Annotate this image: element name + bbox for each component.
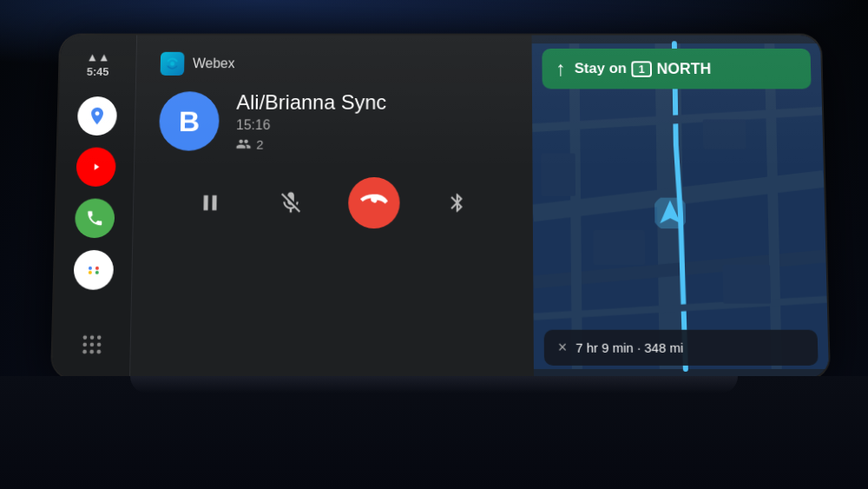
svg-rect-29 <box>723 265 772 304</box>
call-details: Ali/Brianna Sync 15:16 2 <box>236 90 387 151</box>
nav-car-arrow <box>654 198 686 229</box>
eta-bar: × 7 hr 9 min · 348 mi <box>544 330 819 366</box>
status-bar: ▲▲ 5:45 <box>86 50 110 78</box>
route-number: 1 <box>639 63 645 76</box>
eta-separator: · <box>637 340 641 355</box>
nav-direction-arrow: ↑ <box>556 57 566 81</box>
nav-instruction-banner: ↑ Stay on 1 NORTH <box>542 49 811 89</box>
svg-point-10 <box>82 342 87 347</box>
sidebar-item-maps[interactable] <box>76 96 116 135</box>
svg-point-12 <box>96 342 101 347</box>
end-call-button[interactable] <box>348 177 400 228</box>
contact-name: Ali/Brianna Sync <box>236 90 386 114</box>
svg-point-9 <box>96 335 101 340</box>
sidebar: ▲▲ 5:45 <box>52 35 137 378</box>
screen-tilt: ▲▲ 5:45 <box>52 35 829 378</box>
nav-position <box>654 198 686 232</box>
contact-avatar: B <box>159 91 220 150</box>
phone-end-svg <box>359 195 389 212</box>
time-display: 5:45 <box>87 65 109 78</box>
participants-count: 2 <box>256 136 263 151</box>
nav-instruction-word: Stay on <box>575 60 627 76</box>
participants-icon <box>236 136 252 152</box>
svg-point-7 <box>82 335 87 340</box>
sidebar-item-youtube[interactable] <box>76 148 115 187</box>
webex-logo <box>161 52 185 76</box>
route-number-badge: 1 <box>632 61 652 76</box>
map-panel: ↑ Stay on 1 NORTH × 7 hr 9 min · <box>532 35 829 378</box>
svg-line-22 <box>575 43 577 369</box>
svg-line-23 <box>769 43 776 369</box>
car-dashboard <box>0 376 868 489</box>
screen-wrapper: ▲▲ 5:45 <box>52 30 829 378</box>
signal-icon: ▲▲ <box>86 50 109 63</box>
app-name-label: Webex <box>193 56 235 71</box>
svg-point-11 <box>89 342 94 347</box>
svg-rect-28 <box>541 154 575 196</box>
dashboard-panel <box>130 376 738 393</box>
eta-distance: 348 mi <box>644 340 683 355</box>
participants-info: 2 <box>236 136 387 152</box>
app-header: Webex <box>161 52 509 76</box>
bluetooth-icon <box>445 192 468 215</box>
nav-direction: NORTH <box>656 60 711 77</box>
svg-point-2 <box>84 261 102 279</box>
svg-point-13 <box>82 350 87 354</box>
eta-time: 7 hr 9 min <box>575 340 634 355</box>
nav-instruction-text: Stay on 1 NORTH <box>575 60 712 77</box>
hold-button[interactable] <box>186 180 233 226</box>
svg-rect-27 <box>703 119 746 149</box>
call-panel: Webex B Ali/Brianna Sync 15:16 2 <box>130 35 534 378</box>
sidebar-item-assistant[interactable] <box>73 250 114 290</box>
svg-point-16 <box>170 62 174 66</box>
bluetooth-button[interactable] <box>434 180 480 226</box>
mute-icon <box>278 190 304 216</box>
call-info: B Ali/Brianna Sync 15:16 2 <box>159 90 509 151</box>
android-auto-screen: ▲▲ 5:45 <box>52 35 829 378</box>
svg-point-15 <box>96 350 101 354</box>
svg-point-8 <box>89 335 94 340</box>
sidebar-item-phone[interactable] <box>74 199 115 238</box>
svg-point-14 <box>89 350 94 354</box>
svg-rect-26 <box>593 230 645 265</box>
sidebar-item-all-apps[interactable] <box>74 327 109 362</box>
call-duration: 15:16 <box>236 117 386 133</box>
pause-icon <box>197 190 223 216</box>
mute-button[interactable] <box>267 180 314 226</box>
call-controls <box>157 177 509 228</box>
eta-close-button[interactable]: × <box>558 339 568 357</box>
eta-info: 7 hr 9 min · 348 mi <box>575 340 804 355</box>
